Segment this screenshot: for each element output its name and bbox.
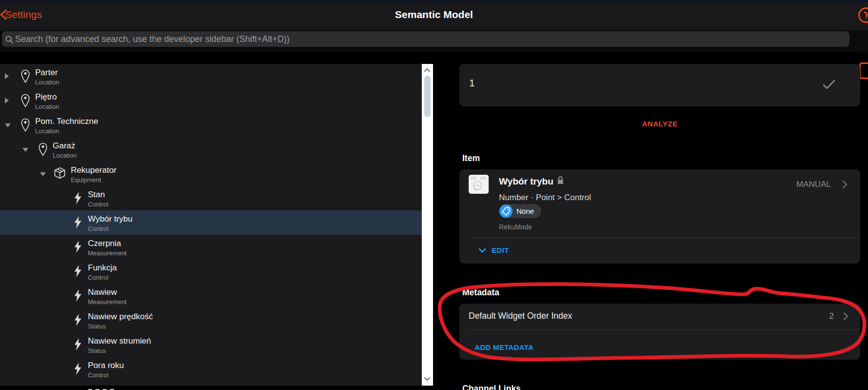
tree-item-type: Equipment: [71, 176, 101, 184]
point-bolt-icon: [74, 338, 82, 353]
point-bolt-icon: [74, 265, 82, 280]
search-input[interactable]: Search (for advanced search, use the dev…: [2, 31, 849, 47]
tree-item-stan[interactable]: StanControl: [0, 186, 422, 210]
collapse-arrow-icon[interactable]: [22, 148, 28, 152]
tree-item-type: Location: [35, 127, 59, 135]
tree-item-label: Rekuperator: [71, 165, 117, 175]
item-technical-name: RekuMode: [499, 223, 532, 231]
help-icon[interactable]: [858, 7, 868, 23]
semantic-class-chip[interactable]: None: [499, 204, 541, 218]
tree-item-label: Parter: [35, 68, 58, 78]
metadata-label: Default Widget Order Index: [469, 311, 572, 321]
semantic-class-label: None: [517, 207, 534, 215]
tree-item-czerpnia[interactable]: CzerpniaMeasurement: [0, 235, 422, 259]
item-thumbnail: [469, 175, 489, 194]
confirm-check-icon[interactable]: [822, 79, 836, 90]
tree-item-type: Measurement: [88, 249, 126, 257]
tree-item-parter[interactable]: ParterLocation: [0, 64, 422, 88]
tree-item-label: Funkcja: [88, 263, 117, 273]
tree-item-garaż[interactable]: GarażLocation: [0, 137, 422, 162]
point-bolt-icon: [74, 362, 82, 377]
tag-icon: [499, 205, 513, 218]
state-description: MANUAL: [796, 180, 831, 189]
partially-visible-tree-item[interactable]: [88, 387, 146, 390]
edit-label: EDIT: [492, 246, 509, 254]
tree-item-label: Nawiew prędkość: [88, 312, 153, 322]
lock-icon: [557, 176, 564, 187]
tree-item-type: Control: [88, 371, 108, 379]
tree-item-type: Control: [88, 201, 108, 208]
point-bolt-icon: [74, 191, 82, 206]
tree-item-type: Status: [88, 323, 106, 330]
top-bar: Settings Semantic Model: [0, 0, 868, 30]
collapse-arrow-icon[interactable]: [5, 123, 11, 127]
chevron-down-icon: [478, 248, 486, 253]
tree-item-label: Pom. Techniczne: [35, 117, 98, 126]
tree-item-label: Czerpnia: [88, 239, 121, 248]
metadata-section-heading: Metadata: [462, 287, 499, 298]
tree-item-type: Location: [35, 103, 59, 110]
location-pin-icon: [21, 69, 30, 85]
tree-item-type: Status: [88, 347, 106, 354]
tree-item-nawiew-prędkość[interactable]: Nawiew prędkośćStatus: [0, 308, 422, 332]
add-metadata-button[interactable]: ADD METADATA: [475, 343, 534, 351]
scroll-down-icon[interactable]: [424, 377, 431, 382]
expand-arrow-icon[interactable]: [5, 73, 9, 79]
expand-arrow-icon[interactable]: [5, 98, 9, 103]
point-bolt-icon: [74, 240, 82, 255]
channel-links-heading: Channel Links: [462, 384, 521, 390]
tree-item-pom-techniczne[interactable]: Pom. TechniczneLocation: [0, 113, 422, 137]
search-placeholder: Search (for advanced search, use the dev…: [15, 31, 289, 47]
item-card: Wybór trybu Number · Point > Control Non…: [459, 169, 860, 264]
divider: [469, 329, 860, 330]
page-title: Semantic Model: [0, 9, 868, 21]
tree-item-nawiew[interactable]: NawiewMeasurement: [0, 284, 422, 308]
edit-expander[interactable]: EDIT: [459, 238, 860, 264]
state-chevron-icon[interactable]: [842, 180, 847, 189]
search-row: Search (for advanced search, use the dev…: [0, 30, 868, 52]
metadata-value: 2: [829, 311, 834, 321]
tree-item-pora-roku[interactable]: Pora rokuControl: [0, 357, 422, 381]
tree-item-label: Pora roku: [88, 361, 124, 370]
location-pin-icon: [21, 118, 30, 134]
tree-item-wybór-trybu[interactable]: Wybór trybuControl: [0, 210, 422, 235]
location-pin-icon: [21, 94, 30, 110]
analyze-button[interactable]: ANALYZE: [459, 120, 860, 128]
item-type-semantics: Number · Point > Control: [499, 193, 591, 203]
point-bolt-icon: [74, 313, 82, 328]
equipment-box-icon: [54, 167, 66, 181]
tree-item-rekuperator[interactable]: RekuperatorEquipment: [0, 162, 422, 186]
location-pin-icon: [39, 143, 47, 159]
tree-item-label: Nawiew: [88, 287, 117, 297]
metadata-row[interactable]: Default Widget Order Index 2: [459, 304, 860, 329]
tree-item-nawiew-strumień[interactable]: Nawiew strumieńStatus: [0, 332, 422, 357]
developer-sidebar-icon[interactable]: [859, 62, 868, 79]
tree-item-type: Location: [35, 79, 59, 86]
tree-item-funkcja[interactable]: FunkcjaControl: [0, 259, 422, 284]
collapse-arrow-icon[interactable]: [40, 172, 46, 176]
tree-item-label: Piętro: [35, 92, 57, 102]
point-bolt-icon: [74, 289, 82, 304]
item-title: Wybór trybu: [499, 176, 564, 187]
metadata-chevron-icon: [843, 312, 848, 321]
semantic-model-tree: ParterLocationPiętroLocationPom. Technic…: [0, 64, 422, 386]
tree-item-piętro[interactable]: PiętroLocation: [0, 88, 422, 113]
tree-item-type: Measurement: [88, 298, 126, 306]
metadata-card: Default Widget Order Index 2 ADD METADAT…: [459, 304, 860, 360]
tree-item-label: Nawiew strumień: [88, 336, 151, 346]
tree-item-type: Location: [53, 152, 77, 159]
scrollbar-thumb[interactable]: [424, 76, 431, 117]
scroll-up-icon[interactable]: [424, 67, 431, 72]
search-icon: [5, 35, 14, 44]
point-bolt-icon: [74, 216, 82, 231]
tree-item-label: Stan: [88, 190, 105, 200]
tree-item-label: Garaż: [53, 141, 75, 151]
item-label-input[interactable]: 1: [459, 64, 860, 106]
item-label-value[interactable]: 1: [469, 77, 475, 89]
tree-item-type: Control: [88, 225, 108, 232]
tree-item-type: Control: [88, 274, 108, 281]
tree-item-label: Wybór trybu: [88, 214, 132, 224]
tree-scrollbar[interactable]: [422, 64, 433, 386]
item-section-heading: Item: [462, 153, 480, 164]
